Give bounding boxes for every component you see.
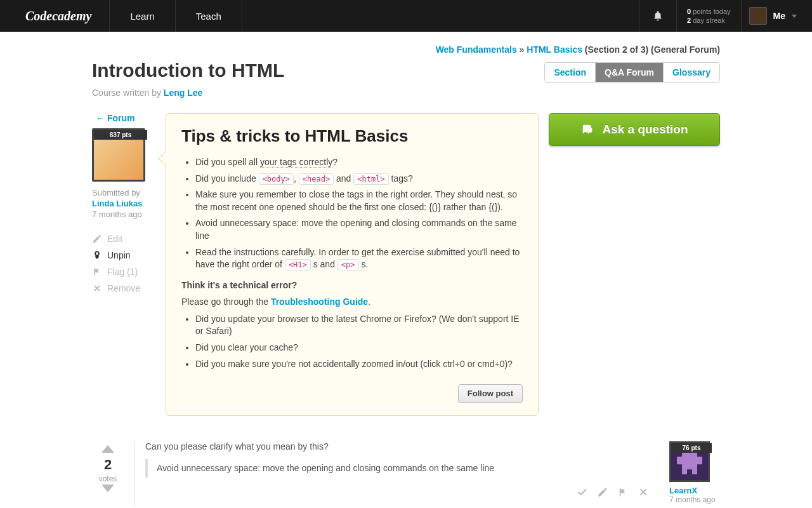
answer-user-card: 76 pts LearnX 7 months ago [669,441,720,504]
submitter-card: 837 pts Submitted by Linda Liukas 7 mont… [92,128,155,297]
flag-action[interactable]: Flag (1) [92,264,155,280]
answer-user-points-badge: 76 pts [671,443,712,453]
breadcrumb-link-1[interactable]: Web Fundamentals [436,44,517,55]
breadcrumb-link-2[interactable]: HTML Basics [527,44,582,55]
flag-icon [617,486,629,498]
troubleshooting-link[interactable]: Troubleshooting Guide [271,297,368,307]
tip-item: Did you clear your cache? [195,342,523,354]
flag-icon [92,267,102,277]
tip-item: Avoid unnecessary space: move the openin… [195,217,523,242]
vote-widget: 2 votes [92,441,124,495]
post-title: Tips & tricks to HTML Basics [181,126,523,146]
ask-question-button[interactable]: Ask a question [549,113,720,146]
answer-user-link[interactable]: LearnX [669,486,720,495]
tab-section[interactable]: Section [545,63,595,82]
x-icon [92,283,102,293]
nav-teach[interactable]: Teach [176,0,242,32]
nav-learn[interactable]: Learn [110,0,175,32]
user-menu[interactable]: Me [741,0,812,32]
answer-text: Can you please clarify what you mean by … [145,441,649,451]
author-link[interactable]: Leng Lee [164,88,202,98]
remove-action[interactable]: Remove [92,280,155,297]
notifications-button[interactable] [639,0,676,32]
edit-answer-button[interactable] [597,486,608,500]
chevron-down-icon [792,15,797,18]
downvote-button[interactable] [92,483,124,495]
tip-item: Read the instructions carefully. In orde… [195,246,523,271]
user-stats: 0 points today 2 day streak [676,0,741,32]
tab-qa-forum[interactable]: Q&A Forum [595,63,663,82]
follow-post-button[interactable]: Follow post [458,384,523,403]
chat-icon [580,123,594,137]
breadcrumb-tail: (Section 2 of 3) (General Forum) [582,44,720,55]
pencil-icon [597,486,608,498]
tip-item: Did you update your browser to the lates… [195,313,523,338]
tip-item: Make sure you remember to close the tags… [195,189,523,213]
flag-answer-button[interactable] [617,486,629,500]
answer-row: 2 votes Can you please clarify what you … [92,441,720,505]
pencil-icon [92,234,102,244]
answer-actions [145,486,649,500]
top-nav: Codecademy Learn Teach 0 points today 2 … [0,0,812,32]
user-menu-label: Me [773,11,785,21]
post-timestamp: 7 months ago [92,210,155,219]
vote-count: 2 [92,457,124,473]
check-icon [577,486,588,498]
user-avatar-icon [749,7,767,25]
page-title: Introduction to HTML [92,60,284,81]
submitted-by-label: Submitted by [92,188,155,197]
tab-glossary[interactable]: Glossary [663,63,719,82]
breadcrumb: Web Fundamentals » HTML Basics (Section … [92,44,720,55]
post-card: Tips & tricks to HTML Basics Did you spe… [166,113,539,416]
delete-answer-button[interactable] [638,486,649,500]
upvote-button[interactable] [92,444,124,455]
page-tabs: Section Q&A Forum Glossary [544,62,720,83]
bell-icon [652,10,664,22]
accept-answer-button[interactable] [577,486,588,500]
tip-item: Did you include <body>, <head> and <html… [195,173,523,185]
pin-icon [92,250,102,260]
tip-item: Did you spell all your tags correctly? [195,156,523,169]
answer-quote: Avoid unnecessary space: move the openin… [145,459,649,478]
unpin-action[interactable]: Unpin [92,247,155,264]
answer-timestamp: 7 months ago [669,495,720,504]
byline: Course written by Leng Lee [92,88,284,98]
vote-label: votes [92,474,124,483]
x-icon [638,486,649,498]
submitter-link[interactable]: Linda Liukas [92,199,155,208]
edit-action[interactable]: Edit [92,231,155,247]
logo[interactable]: Codecademy [0,0,110,32]
tip-item: Did you make sure you're not accidentall… [195,358,523,371]
submitter-points-badge: 837 pts [94,130,147,140]
post-body: Did you spell all your tags correctly? D… [181,156,523,370]
back-to-forum-link[interactable]: ← Forum [92,113,155,123]
